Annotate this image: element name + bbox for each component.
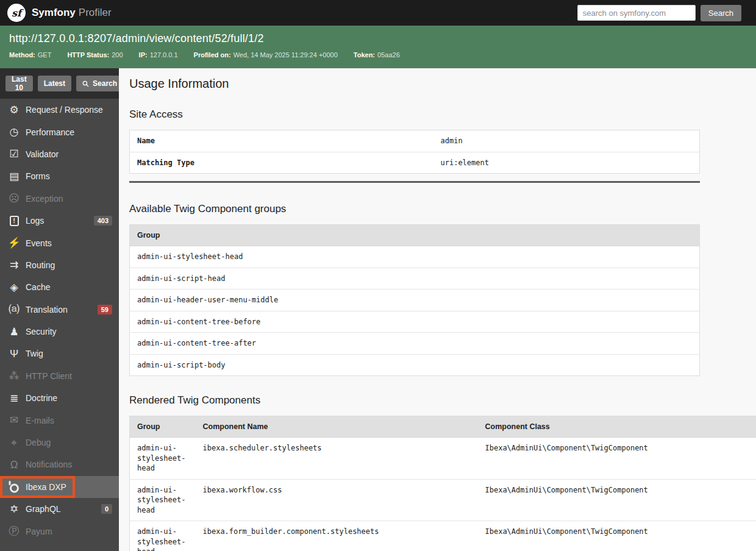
sidebar-item-forms[interactable]: ▤ Forms: [0, 165, 119, 187]
app-title: SymfonyProfiler: [32, 7, 112, 19]
section-divider: [129, 181, 700, 183]
sidebar-item-doctrine[interactable]: ≣ Doctrine: [0, 387, 119, 409]
twig-icon: Ψ: [6, 349, 22, 359]
sidebar-item-logs[interactable]: ! Logs 403: [0, 210, 119, 232]
table-row: Matching Type uri:element: [130, 152, 700, 174]
meta-profiled-on: Profiled on:Wed, 14 May 2025 11:29:24 +0…: [194, 51, 338, 59]
sidebar-item-graphql[interactable]: ✡ GraphQL 0: [0, 498, 119, 520]
symfony-search-button[interactable]: Search: [701, 5, 741, 21]
sidebar-item-security[interactable]: ♟ Security: [0, 321, 119, 343]
twig-groups-heading: Available Twig Component groups: [129, 203, 756, 215]
rendered-twig-components-section: Rendered Twig Components Group Component…: [129, 394, 756, 551]
table-row: admin-ui-stylesheet-head ibexa.form_buil…: [130, 521, 756, 551]
page-title: Usage Information: [129, 77, 756, 91]
sidebar-item-http-client[interactable]: ⁂ HTTP Client: [0, 365, 119, 387]
sidebar-item-cache[interactable]: ◈ Cache: [0, 276, 119, 298]
bell-icon: Ω: [6, 460, 22, 470]
sidebar-item-performance[interactable]: ◷ Performance: [0, 121, 119, 143]
ghost-icon: ☹: [6, 193, 22, 204]
antenna-icon: ⚡: [6, 238, 22, 248]
site-access-name-value: admin: [433, 130, 700, 152]
sidebar-item-notifications[interactable]: Ω Notifications: [0, 453, 119, 475]
signpost-icon: ⇉: [6, 260, 22, 270]
ibexa-logo-icon: [6, 480, 22, 494]
panel-content: Usage Information Site Access Name admin…: [119, 68, 756, 551]
twig-component-groups-section: Available Twig Component groups Group ad…: [129, 203, 756, 376]
translate-icon: ⒜: [6, 304, 22, 315]
group-column-header: Group: [130, 416, 196, 438]
translation-count-badge: 59: [98, 305, 112, 315]
table-row: admin-ui-stylesheet-head ibexa.workflow.…: [130, 479, 756, 521]
table-row: admin-ui-header-user-menu-middle: [130, 290, 700, 311]
sidebar-item-events[interactable]: ⚡ Events: [0, 232, 119, 254]
person-icon: ♟: [6, 327, 22, 337]
checkbox-icon: ☑: [6, 149, 22, 159]
site-access-section: Site Access Name admin Matching Type uri…: [129, 108, 756, 183]
sidebar-item-debug[interactable]: ⌖ Debug: [0, 432, 119, 453]
sidebar-header: Last 10 Latest Search: [0, 68, 119, 99]
sidebar-item-twig[interactable]: Ψ Twig: [0, 343, 119, 364]
twig-groups-table: Group admin-ui-stylesheet-head admin-ui-…: [129, 224, 700, 376]
sidebar-item-request-response[interactable]: ⚙ Request / Response: [0, 99, 119, 121]
symfony-logo-icon: sf: [7, 4, 26, 22]
site-access-matching-type-label: Matching Type: [130, 152, 433, 174]
meta-token: Token:05aa26: [354, 51, 400, 59]
sidebar-search-button[interactable]: Search: [76, 76, 119, 91]
table-row: admin-ui-content-tree-after: [130, 333, 700, 355]
graphql-icon: ✡: [6, 504, 22, 514]
symfony-search-input[interactable]: [577, 5, 696, 21]
meta-method: Method:GET: [9, 51, 51, 59]
group-column-header: Group: [130, 225, 700, 246]
profiler-sidebar: Last 10 Latest Search ⚙ Request / Respon…: [0, 68, 119, 551]
sidebar-item-exception[interactable]: ☹ Exception: [0, 188, 119, 210]
gears-icon: ⚙: [6, 105, 22, 115]
envelope-icon: ✉: [6, 415, 22, 425]
site-access-table: Name admin Matching Type uri:element: [129, 130, 700, 174]
stopwatch-icon: ◷: [6, 127, 22, 137]
component-name-column-header: Component Name: [196, 416, 478, 438]
table-row: admin-ui-content-tree-before: [130, 311, 700, 333]
table-row: admin-ui-script-head: [130, 268, 700, 290]
app-title-profiler: Profiler: [79, 7, 112, 18]
profiled-url: http://127.0.0.1:8207/admin/view/content…: [9, 32, 746, 45]
table-row: admin-ui-script-body: [130, 354, 700, 376]
logs-count-badge: 403: [94, 216, 112, 226]
meta-ip: IP:127.0.0.1: [139, 51, 178, 59]
sidebar-item-ibexa-dxp[interactable]: Ibexa DXP: [0, 476, 119, 498]
request-summary-bar: http://127.0.0.1:8207/admin/view/content…: [0, 26, 756, 68]
table-row: admin-ui-stylesheet-head ibexa.scheduler…: [130, 438, 756, 480]
database-icon: ≣: [6, 393, 22, 403]
graphql-count-badge: 0: [101, 504, 112, 514]
search-icon: [82, 80, 89, 87]
last-10-button[interactable]: Last 10: [5, 76, 33, 91]
site-access-name-label: Name: [130, 130, 433, 152]
app-title-symfony: Symfony: [32, 7, 76, 18]
sidebar-item-routing[interactable]: ⇉ Routing: [0, 254, 119, 276]
sidebar-item-translation[interactable]: ⒜ Translation 59: [0, 299, 119, 321]
table-row: Name admin: [130, 130, 700, 152]
top-bar: sf SymfonyProfiler Search: [0, 0, 756, 26]
latest-button[interactable]: Latest: [38, 76, 71, 91]
log-book-icon: !: [6, 216, 22, 226]
clipboard-icon: ▤: [6, 171, 22, 182]
component-class-column-header: Component Class: [478, 416, 756, 438]
molecule-icon: ⁂: [6, 371, 22, 381]
payum-icon: Ⓟ: [6, 526, 22, 536]
site-access-matching-type-value: uri:element: [433, 152, 700, 174]
site-access-heading: Site Access: [129, 108, 756, 121]
meta-http-status: HTTP Status:200: [67, 51, 123, 59]
request-meta: Method:GET HTTP Status:200 IP:127.0.0.1 …: [9, 51, 746, 59]
sidebar-item-validator[interactable]: ☑ Validator: [0, 143, 119, 165]
layers-icon: ◈: [6, 282, 22, 293]
sidebar-item-payum[interactable]: Ⓟ Payum: [0, 520, 119, 542]
sidebar-item-emails[interactable]: ✉ E-mails: [0, 409, 119, 431]
rendered-components-heading: Rendered Twig Components: [129, 394, 756, 407]
target-icon: ⌖: [6, 438, 22, 448]
table-row: admin-ui-stylesheet-head: [130, 246, 700, 268]
symfony-logo-text: sf: [12, 7, 21, 19]
rendered-components-table: Group Component Name Component Class adm…: [129, 416, 756, 551]
